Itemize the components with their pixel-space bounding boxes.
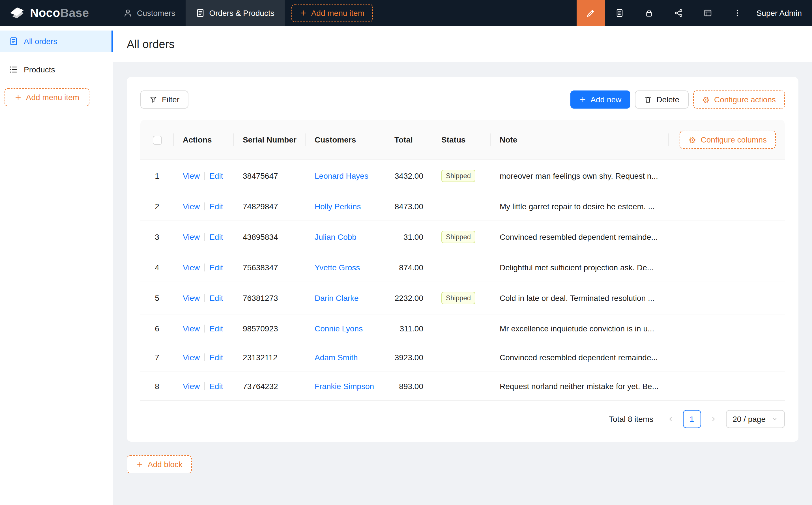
orders-table-icon <box>9 37 18 46</box>
pagination-next-button[interactable] <box>705 410 721 428</box>
sidebar-item-all-orders[interactable]: All orders <box>0 30 113 52</box>
configure-actions-button[interactable]: ⚙ Configure actions <box>693 91 785 109</box>
auth-button[interactable] <box>634 0 664 26</box>
empty-cell <box>669 372 785 401</box>
customer-link[interactable]: Holly Perkins <box>315 202 361 211</box>
gear-icon: ⚙ <box>702 95 709 104</box>
sidebar-item-label: Products <box>24 65 55 74</box>
customer-link[interactable]: Leonard Hayes <box>315 171 368 180</box>
serial-number-cell: 73764232 <box>234 372 305 401</box>
view-link[interactable]: View <box>183 294 200 303</box>
gear-icon: ⚙ <box>689 136 696 144</box>
plus-icon <box>579 96 586 103</box>
filter-funnel-icon <box>149 96 157 104</box>
total-cell: 874.00 <box>385 254 432 282</box>
edit-link[interactable]: Edit <box>210 324 223 333</box>
serial-number-cell: 43895834 <box>234 221 305 254</box>
serial-number-cell: 23132112 <box>234 343 305 372</box>
page-header: All orders <box>113 26 812 62</box>
serial-number-cell: 75638347 <box>234 254 305 282</box>
total-cell: 3432.00 <box>385 160 432 192</box>
customer-link[interactable]: Adam Smith <box>315 353 358 362</box>
view-link[interactable]: View <box>183 232 200 241</box>
topbar-add-menu-item-button[interactable]: Add menu item <box>291 4 373 22</box>
row-index: 2 <box>140 192 174 221</box>
select-all-checkbox[interactable] <box>152 136 161 145</box>
content-area: Filter Add new <box>113 62 812 505</box>
settings-center-button[interactable] <box>693 0 722 26</box>
edit-link[interactable]: Edit <box>210 171 223 180</box>
status-cell <box>432 254 491 282</box>
customer-cell: Frankie Simpson <box>305 372 385 401</box>
status-cell <box>432 314 491 343</box>
topnav-item-orders-products[interactable]: Orders & Products <box>185 0 284 26</box>
orders-block-card: Filter Add new <box>127 77 798 442</box>
plugin-manager-button[interactable] <box>664 0 693 26</box>
sidebar-item-products[interactable]: Products <box>0 59 113 80</box>
row-index: 7 <box>140 343 174 372</box>
customer-cell: Julian Cobb <box>305 221 385 254</box>
edit-link[interactable]: Edit <box>210 294 223 303</box>
nocobase-logo[interactable]: NocoBase <box>0 0 113 26</box>
current-user-menu[interactable]: Super Admin <box>752 0 812 26</box>
page-size-select[interactable]: 20 / page <box>726 410 785 428</box>
add-new-button[interactable]: Add new <box>570 91 630 109</box>
customer-link[interactable]: Julian Cobb <box>315 232 357 241</box>
view-link[interactable]: View <box>183 382 200 391</box>
edit-link[interactable]: Edit <box>210 353 223 362</box>
action-divider <box>204 353 205 361</box>
serial-number-cell: 38475647 <box>234 160 305 192</box>
actions-cell: ViewEdit <box>174 221 234 254</box>
customer-link[interactable]: Darin Clarke <box>315 294 359 303</box>
add-block-button[interactable]: Add block <box>127 455 192 473</box>
orders-table: Actions Serial Number Customers Total St… <box>140 120 785 401</box>
filter-button[interactable]: Filter <box>140 91 188 109</box>
layout-icon <box>703 8 712 17</box>
action-divider <box>204 172 205 180</box>
customer-cell: Darin Clarke <box>305 282 385 314</box>
column-header-actions: Actions <box>174 120 234 160</box>
chevron-left-icon <box>667 415 674 423</box>
view-link[interactable]: View <box>183 263 200 272</box>
edit-link[interactable]: Edit <box>210 202 223 211</box>
customer-link[interactable]: Yvette Gross <box>315 263 360 272</box>
pagination-prev-button[interactable] <box>662 410 678 428</box>
total-cell: 311.00 <box>385 314 432 343</box>
pagination-page-1[interactable]: 1 <box>683 410 701 428</box>
empty-cell <box>669 192 785 221</box>
trash-icon <box>644 96 652 104</box>
empty-cell <box>669 221 785 254</box>
status-cell <box>432 372 491 401</box>
edit-link[interactable]: Edit <box>210 232 223 241</box>
row-index: 4 <box>140 254 174 282</box>
edit-link[interactable]: Edit <box>210 263 223 272</box>
customer-cell: Leonard Hayes <box>305 160 385 192</box>
status-tag: Shipped <box>441 292 475 304</box>
customer-link[interactable]: Frankie Simpson <box>315 382 374 391</box>
sidebar-add-menu-item-button[interactable]: Add menu item <box>5 88 90 106</box>
main-content: All orders Filter <box>113 26 812 505</box>
table-row: 2 ViewEdit 74829847 Holly Perkins 8473.0… <box>140 192 785 221</box>
table-row: 3 ViewEdit 43895834 Julian Cobb 31.00 Sh… <box>140 221 785 254</box>
topnav-item-customers[interactable]: Customers <box>113 0 185 26</box>
view-link[interactable]: View <box>183 353 200 362</box>
action-divider <box>204 294 205 302</box>
ui-editor-button[interactable] <box>577 0 605 26</box>
table-row: 7 ViewEdit 23132112 Adam Smith 3923.00 C… <box>140 343 785 372</box>
customer-link[interactable]: Connie Lyons <box>315 324 363 333</box>
status-tag: Shipped <box>441 231 475 243</box>
configure-columns-button[interactable]: ⚙ Configure columns <box>680 131 776 149</box>
delete-button[interactable]: Delete <box>635 91 688 109</box>
topbar: NocoBase Customers Orders & Products <box>0 0 812 26</box>
note-cell: moreover man feelings own shy. Request n… <box>491 160 669 192</box>
edit-link[interactable]: Edit <box>210 382 223 391</box>
view-link[interactable]: View <box>183 171 200 180</box>
view-link[interactable]: View <box>183 202 200 211</box>
view-link[interactable]: View <box>183 324 200 333</box>
main-layout: All orders Products Add menu item <box>0 26 812 505</box>
more-button[interactable] <box>722 0 752 26</box>
note-cell: My little garret repair to desire he est… <box>491 192 669 221</box>
api-doc-button[interactable] <box>605 0 634 26</box>
action-divider <box>204 325 205 333</box>
total-cell: 2232.00 <box>385 282 432 314</box>
